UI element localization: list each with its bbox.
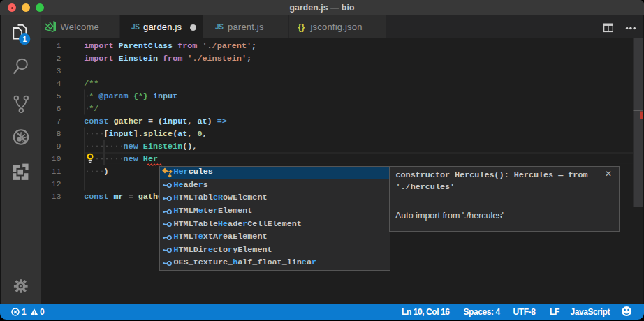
svg-text:1: 1 (22, 36, 27, 43)
